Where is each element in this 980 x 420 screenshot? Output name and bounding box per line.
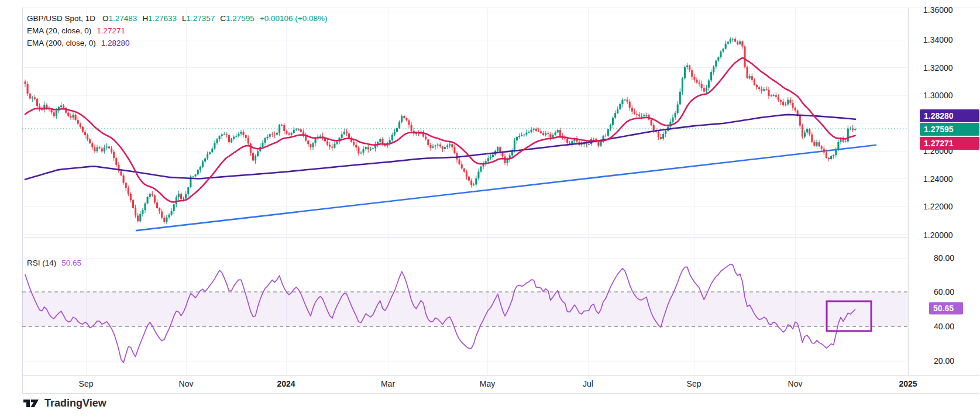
candle-up — [147, 197, 149, 204]
candle-up — [672, 118, 673, 122]
candle-up — [525, 133, 527, 135]
time-axis-scale[interactable]: SepNov2024MarMayJulSepNov2025 — [0, 377, 980, 393]
candle-up — [717, 57, 719, 61]
candle-down — [456, 153, 458, 160]
candle-down — [631, 108, 633, 112]
tradingview-logo[interactable]: TradingView — [23, 397, 106, 409]
candle-up — [518, 136, 520, 137]
candle-up — [192, 177, 194, 177]
candle-down — [691, 70, 693, 77]
candle-up — [178, 194, 180, 197]
ema200-legend-row[interactable]: EMA (200, close, 0)1.28280 — [27, 37, 327, 49]
candle-up — [214, 143, 215, 149]
rsi-legend-row[interactable]: RSI (14)50.65 — [27, 258, 81, 268]
candle-up — [492, 154, 494, 157]
rsi-label[interactable]: RSI (14) — [27, 259, 56, 267]
candle-down — [89, 139, 91, 143]
candle-down — [243, 132, 245, 135]
ohlc-letter: C — [220, 14, 226, 23]
candle-down — [101, 149, 103, 152]
candle-down — [120, 171, 122, 175]
candle-down — [634, 112, 635, 114]
candle-down — [94, 147, 95, 152]
candle-down — [128, 188, 129, 194]
candle-up — [365, 147, 367, 149]
rsi-value-badge[interactable]: 50.65 — [929, 302, 963, 315]
candle-down — [247, 138, 249, 144]
candle-down — [459, 160, 460, 164]
candle-down — [99, 147, 101, 149]
candle-up — [679, 92, 681, 105]
ascending-trendline[interactable] — [136, 145, 876, 230]
candle-down — [63, 105, 64, 108]
candle-down — [429, 145, 431, 148]
candle-down — [782, 102, 784, 105]
ema20-line[interactable] — [25, 58, 855, 202]
ema20-legend-row[interactable]: EMA (20, close, 0)1.27271 — [27, 25, 327, 37]
candle-up — [830, 156, 832, 159]
candle-up — [238, 134, 239, 136]
candle-down — [53, 112, 55, 116]
candle-down — [605, 136, 607, 136]
candle-down — [67, 113, 69, 116]
symbol-title[interactable]: GBP/USD Spot, 1D — [27, 14, 95, 23]
candle-up — [804, 132, 806, 136]
candle-down — [427, 139, 429, 145]
candle-down — [24, 81, 26, 84]
ema20-price-badge[interactable]: 1.27271 — [920, 137, 979, 150]
candle-down — [559, 130, 561, 136]
candle-down — [300, 129, 302, 132]
candle-up — [139, 214, 141, 222]
candle-up — [255, 156, 256, 160]
candle-up — [295, 129, 297, 130]
price-axis-scale[interactable]: 1.360001.340001.320001.300001.260001.240… — [908, 0, 980, 393]
candle-down — [737, 42, 738, 44]
ema200-label[interactable]: EMA (200, close, 0) — [27, 39, 96, 47]
candle-down — [271, 134, 273, 135]
candle-up — [144, 204, 146, 211]
candle-up — [391, 135, 393, 140]
ohlc-letter: H — [142, 14, 148, 23]
candle-up — [60, 105, 62, 107]
tradingview-logo-text: TradingView — [44, 397, 106, 409]
candle-up — [749, 76, 751, 78]
candle-up — [207, 154, 208, 158]
candle-down — [281, 125, 283, 126]
candle-down — [135, 208, 136, 216]
ema200-price-badge[interactable]: 1.28280 — [920, 109, 979, 122]
candle-down — [549, 134, 551, 138]
candle-up — [449, 144, 451, 145]
chart-legend[interactable]: GBP/USD Spot, 1DO1.27483H1.27633L1.27357… — [27, 12, 327, 49]
candle-down — [540, 132, 542, 133]
chart-canvas[interactable] — [0, 0, 980, 420]
candle-up — [171, 211, 173, 215]
candle-down — [564, 138, 566, 139]
candle-up — [333, 144, 335, 148]
candle-up — [56, 111, 57, 116]
ema20-label[interactable]: EMA (20, close, 0) — [27, 26, 91, 35]
candle-down — [137, 215, 139, 221]
candle-up — [473, 184, 474, 185]
candle-down — [226, 135, 228, 135]
candle-up — [195, 174, 197, 176]
candle-down — [405, 118, 407, 121]
candle-up — [763, 89, 765, 91]
candle-up — [480, 167, 482, 172]
time-tick-label: May — [480, 379, 495, 388]
candle-down — [658, 132, 659, 137]
time-tick-label: Nov — [179, 379, 194, 388]
last-price-badge[interactable]: 1.27595 — [920, 123, 979, 136]
price-tick-label: 1.20000 — [923, 230, 953, 240]
candle-down — [741, 42, 743, 47]
candle-up — [845, 142, 847, 142]
rsi-band — [22, 292, 908, 326]
ohlc-number: 1.27483 — [109, 14, 137, 23]
candle-up — [612, 118, 614, 125]
candle-down — [305, 136, 307, 140]
candle-up — [401, 116, 403, 122]
candle-up — [723, 49, 724, 51]
candle-up — [686, 66, 688, 67]
price-tick-label: 1.22000 — [923, 202, 953, 211]
candle-down — [819, 142, 820, 146]
symbol-row[interactable]: GBP/USD Spot, 1DO1.27483H1.27633L1.27357… — [27, 12, 327, 25]
